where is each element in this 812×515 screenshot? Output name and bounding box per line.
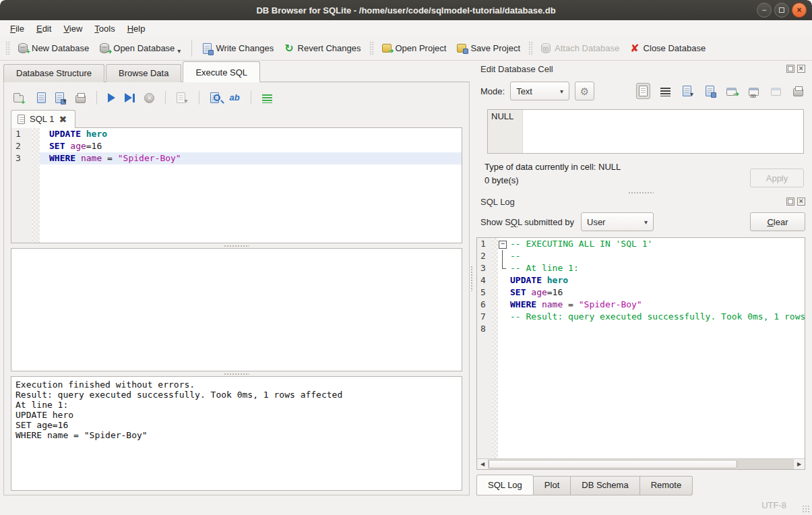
close-tab-icon[interactable]: ✖ xyxy=(59,115,67,124)
dock-tab-bar: SQL Log Plot DB Schema Remote xyxy=(476,474,805,495)
menu-edit[interactable]: Edit xyxy=(30,22,57,35)
log-filter-value: User xyxy=(587,217,605,227)
sql-token: name xyxy=(536,299,563,309)
marker-strip xyxy=(492,250,498,262)
line-number: 8 xyxy=(477,323,492,335)
chevron-down-icon[interactable]: ▾ xyxy=(63,97,66,104)
dock-tab-remote[interactable]: Remote xyxy=(640,476,693,495)
toolbar-separator xyxy=(191,40,192,57)
tab-database-structure[interactable]: Database Structure xyxy=(3,64,104,82)
dock-tab-sql-log[interactable]: SQL Log xyxy=(476,475,534,495)
new-database-button[interactable]: + New Database xyxy=(13,40,94,56)
sql-log-view[interactable]: 1 -- EXECUTING ALL IN 'SQL 1' 2 -- 3 -- … xyxy=(476,237,805,470)
toolbar-separator xyxy=(96,91,97,104)
menu-view[interactable]: View xyxy=(57,22,88,35)
window-title: DB Browser for SQLite - /home/user/code/… xyxy=(0,5,812,16)
cell-null-gutter: NULL xyxy=(488,110,523,153)
apply-button[interactable]: Apply xyxy=(750,169,804,187)
new-database-icon: + xyxy=(18,43,28,53)
print-cell-button[interactable] xyxy=(791,84,805,98)
results-messages-splitter[interactable] xyxy=(11,371,462,376)
auto-format-button[interactable]: ab xyxy=(230,92,240,103)
open-database-button[interactable]: ➜ Open Database ▾ xyxy=(94,40,186,56)
search-icon xyxy=(214,94,220,101)
editor-results-splitter[interactable] xyxy=(11,243,462,248)
word-wrap-button[interactable] xyxy=(658,84,673,98)
attach-database-button[interactable]: oo Attach Database xyxy=(536,40,625,56)
dock-section-splitter[interactable] xyxy=(476,190,805,195)
log-filter-row: Show SQL submitted by User ▾ Clear xyxy=(476,210,805,233)
results-grid[interactable] xyxy=(11,248,462,371)
scroll-right-icon[interactable]: ▶ xyxy=(793,459,805,469)
export-data-button[interactable] xyxy=(704,84,716,98)
text-mode-button[interactable] xyxy=(636,83,650,99)
menu-tools[interactable]: Tools xyxy=(88,22,121,35)
fold-toggle-icon[interactable] xyxy=(498,238,508,250)
edit-cell-title: Edit Database Cell xyxy=(480,64,553,74)
stop-execution-button[interactable]: × xyxy=(144,93,154,103)
save-sql-file-button[interactable]: ▾ xyxy=(55,92,66,103)
dock-close-icon[interactable] xyxy=(797,198,805,206)
editor-empty-area[interactable] xyxy=(11,164,462,243)
save-results-button[interactable]: ▾ xyxy=(177,92,187,103)
scrollbar-track[interactable] xyxy=(737,459,793,469)
dock-tab-plot[interactable]: Plot xyxy=(534,476,571,495)
open-sql-tab-button[interactable]: + xyxy=(13,93,28,102)
arrow-badge-icon: ➜ xyxy=(106,48,112,55)
floppy-badge-icon xyxy=(208,50,214,55)
maximize-button[interactable] xyxy=(774,3,789,18)
import-data-button[interactable]: ▾ xyxy=(681,84,695,98)
close-database-button[interactable]: ✘ Close Database xyxy=(625,40,711,56)
sql-doc-tab[interactable]: SQL 1 ✖ xyxy=(11,110,75,128)
mode-select[interactable]: Text ▾ xyxy=(510,82,569,100)
execution-messages[interactable]: Execution finished without errors. Resul… xyxy=(11,376,462,491)
menu-help[interactable]: Help xyxy=(121,22,152,35)
cell-edit-area[interactable] xyxy=(523,110,803,153)
minimize-button[interactable]: − xyxy=(757,3,772,18)
dock-tab-db-schema[interactable]: DB Schema xyxy=(571,476,639,495)
scroll-left-icon[interactable]: ◀ xyxy=(477,459,489,469)
dock-close-icon[interactable] xyxy=(797,65,805,73)
sql-token: UPDATE xyxy=(49,129,81,139)
find-replace-button[interactable] xyxy=(210,92,220,103)
open-sql-file-button[interactable] xyxy=(37,92,46,103)
clear-log-button[interactable]: Clear xyxy=(750,212,805,231)
title-bar[interactable]: DB Browser for SQLite - /home/user/code/… xyxy=(0,0,812,20)
menu-file[interactable]: File xyxy=(4,22,30,35)
write-changes-label: Write Changes xyxy=(216,43,274,53)
revert-changes-button[interactable]: ↻ Revert Changes xyxy=(279,40,366,56)
auto-apply-button[interactable]: ⚙ xyxy=(575,82,594,100)
revert-changes-label: Revert Changes xyxy=(298,43,361,53)
log-filter-select[interactable]: User ▾ xyxy=(581,212,654,231)
open-project-button[interactable]: ➜ Open Project xyxy=(377,40,452,56)
toolbar-grip[interactable] xyxy=(369,41,374,56)
sql-token: "Spider-Boy" xyxy=(579,299,642,309)
splitter-grip-icon xyxy=(224,245,249,247)
dock-float-icon[interactable] xyxy=(786,65,794,73)
open-in-external-button[interactable]: ➜ xyxy=(724,84,739,98)
word-wrap-button[interactable] xyxy=(262,93,272,103)
print-sql-button[interactable] xyxy=(75,93,86,103)
copy-link-button[interactable]: oo xyxy=(747,84,761,98)
link-icon: oo xyxy=(749,88,759,96)
execute-line-button[interactable] xyxy=(125,93,135,102)
chevron-down-icon[interactable]: ▾ xyxy=(177,47,181,55)
execute-all-button[interactable] xyxy=(108,93,115,102)
tab-browse-data[interactable]: Browse Data xyxy=(106,64,181,82)
write-changes-button[interactable]: Write Changes xyxy=(197,40,279,57)
scrollbar-thumb[interactable] xyxy=(489,460,737,468)
toolbar-grip[interactable] xyxy=(528,41,533,56)
cell-value-editor[interactable]: NULL xyxy=(487,109,804,154)
sql-token: = xyxy=(563,299,578,309)
save-project-button[interactable]: Save Project xyxy=(451,40,526,56)
tab-execute-sql[interactable]: Execute SQL xyxy=(183,61,260,82)
set-null-button[interactable] xyxy=(769,84,783,98)
resize-grip-icon[interactable] xyxy=(802,505,810,513)
marker-strip xyxy=(492,274,498,286)
dock-float-icon[interactable] xyxy=(786,198,794,206)
sql-editor[interactable]: 1 UPDATE hero 2 SET age=16 3 WHERE name … xyxy=(11,127,462,243)
close-button[interactable]: × xyxy=(792,3,807,18)
toolbar-grip[interactable] xyxy=(5,41,10,56)
log-horizontal-scrollbar[interactable]: ◀ ▶ xyxy=(477,458,805,469)
line-number: 4 xyxy=(477,274,492,286)
